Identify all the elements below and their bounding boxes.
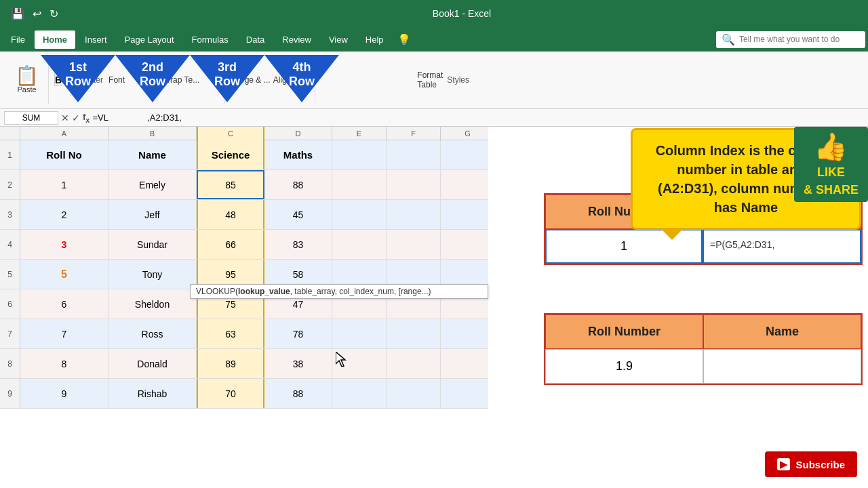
ribbon-search-box[interactable]: 🔍 — [716, 31, 865, 48]
col-header-g[interactable]: G — [441, 127, 495, 140]
cell-science[interactable]: 63 — [197, 319, 264, 348]
cell-maths[interactable]: 78 — [264, 319, 332, 348]
cell-e1[interactable] — [332, 140, 387, 169]
insert-function-icon[interactable]: fx — [83, 112, 90, 124]
cell-g2[interactable] — [441, 170, 495, 199]
tab-formulas[interactable]: Formulas — [184, 30, 237, 49]
cell-f2[interactable] — [387, 170, 441, 199]
cell-f3[interactable] — [387, 200, 441, 229]
toolbar: 📋 Paste B I Painter Font Wrap Te... Merg… — [0, 52, 868, 109]
arrow-1: 1stRow — [41, 48, 115, 102]
cell-f8[interactable] — [387, 349, 441, 378]
header-maths[interactable]: Maths — [264, 140, 332, 169]
tab-insert[interactable]: Insert — [77, 30, 115, 49]
cell-maths[interactable]: 38 — [264, 349, 332, 378]
cell-name[interactable]: Sheldon — [108, 289, 197, 319]
like-share-badge: 👍 LIKE& SHARE — [794, 127, 868, 202]
cell-science[interactable]: 70 — [197, 379, 264, 408]
header-name[interactable]: Name — [108, 140, 197, 169]
confirm-formula-icon[interactable]: ✓ — [72, 113, 80, 123]
cell-e8[interactable] — [332, 349, 387, 378]
cell-g1[interactable] — [441, 140, 495, 169]
cell-science[interactable]: 89 — [197, 349, 264, 378]
cell-name[interactable]: Emely — [108, 170, 197, 199]
save-icon[interactable]: 💾 — [7, 5, 28, 23]
row-number: 9 — [0, 379, 20, 408]
cell-g8[interactable] — [441, 349, 495, 378]
cell-rollno[interactable]: 1 — [20, 170, 108, 199]
arrows-container: 1stRow 2ndRow 3rdRow 4thRow — [41, 48, 339, 102]
tab-page-layout[interactable]: Page Layout — [117, 30, 182, 49]
cell-rollno[interactable]: 3 — [20, 230, 108, 259]
cell-maths[interactable]: 45 — [264, 200, 332, 229]
cell-g9[interactable] — [441, 379, 495, 408]
cell-maths[interactable]: 83 — [264, 230, 332, 259]
col-header-b[interactable]: B — [108, 127, 197, 140]
youtube-icon: ▶ — [777, 458, 790, 470]
cell-e7[interactable] — [332, 319, 387, 348]
cell-science[interactable]: 48 — [197, 200, 264, 229]
cell-name[interactable]: Jeff — [108, 200, 197, 229]
tab-home[interactable]: Home — [35, 30, 75, 49]
row-number: 4 — [0, 230, 20, 259]
row-number: 5 — [0, 260, 20, 289]
row-number: 1 — [0, 140, 20, 169]
col-header-d[interactable]: D — [264, 127, 332, 140]
undo-icon[interactable]: ↩ — [28, 5, 45, 23]
cell-e9[interactable] — [332, 379, 387, 408]
cell-science[interactable]: 85 — [197, 170, 264, 199]
cell-rollno[interactable]: 6 — [20, 289, 108, 319]
cell-f9[interactable] — [387, 379, 441, 408]
col-header-c[interactable]: C — [197, 127, 264, 140]
vlookup-bottom-roll-data[interactable]: 1.9 — [545, 349, 703, 384]
cell-f7[interactable] — [387, 319, 441, 348]
cell-rollno[interactable]: 9 — [20, 379, 108, 408]
tab-help[interactable]: Help — [357, 30, 392, 49]
cell-name[interactable]: Tony — [108, 260, 197, 289]
cell-e3[interactable] — [332, 200, 387, 229]
cell-name[interactable]: Donald — [108, 349, 197, 378]
cell-e4[interactable] — [332, 230, 387, 259]
subscribe-button[interactable]: ▶ Subscribe — [765, 451, 857, 477]
cell-rollno[interactable]: 7 — [20, 319, 108, 348]
redo-icon[interactable]: ↻ — [45, 5, 62, 23]
cell-g7[interactable] — [441, 319, 495, 348]
vlookup-top-name-data[interactable]: =P(G5,A2:D31, — [703, 229, 861, 264]
cancel-formula-icon[interactable]: ✕ — [61, 113, 69, 123]
tab-file[interactable]: File — [3, 30, 33, 49]
vlookup-bottom-name-data[interactable] — [703, 349, 861, 384]
cell-f1[interactable] — [387, 140, 441, 169]
row-number: 2 — [0, 170, 20, 199]
header-rollno[interactable]: Roll No — [20, 140, 108, 169]
paste-button[interactable]: 📋 Paste — [11, 64, 43, 96]
cell-rollno[interactable]: 8 — [20, 349, 108, 378]
tab-data[interactable]: Data — [238, 30, 273, 49]
cell-e2[interactable] — [332, 170, 387, 199]
cell-science[interactable]: 66 — [197, 230, 264, 259]
name-box[interactable] — [4, 111, 58, 125]
row-number: 8 — [0, 349, 20, 378]
col-header-a[interactable]: A — [20, 127, 108, 140]
cell-g4[interactable] — [441, 230, 495, 259]
cell-maths[interactable]: 88 — [264, 379, 332, 408]
vlookup-bottom-panel: Roll Number Name 1.9 — [544, 313, 863, 385]
header-science[interactable]: Science — [197, 140, 264, 169]
cell-maths[interactable]: 88 — [264, 170, 332, 199]
cell-name[interactable]: Ross — [108, 319, 197, 348]
tab-review[interactable]: Review — [274, 30, 319, 49]
col-header-e[interactable]: E — [332, 127, 387, 140]
vlookup-top-data-row: 1 =P(G5,A2:D31, — [545, 229, 861, 264]
cell-g3[interactable] — [441, 200, 495, 229]
cell-name[interactable]: Rishab — [108, 379, 197, 408]
cell-rollno[interactable]: 2 — [20, 200, 108, 229]
paste-icon: 📋 — [15, 66, 39, 85]
row-number: 6 — [0, 289, 20, 319]
vlookup-bottom-header-row: Roll Number Name — [545, 314, 861, 349]
formula-input[interactable] — [92, 113, 864, 123]
tab-view[interactable]: View — [321, 30, 356, 49]
cell-name[interactable]: Sundar — [108, 230, 197, 259]
cell-f4[interactable] — [387, 230, 441, 259]
cell-rollno[interactable]: 5 — [20, 260, 108, 289]
search-input[interactable] — [739, 35, 860, 44]
col-header-f[interactable]: F — [387, 127, 441, 140]
